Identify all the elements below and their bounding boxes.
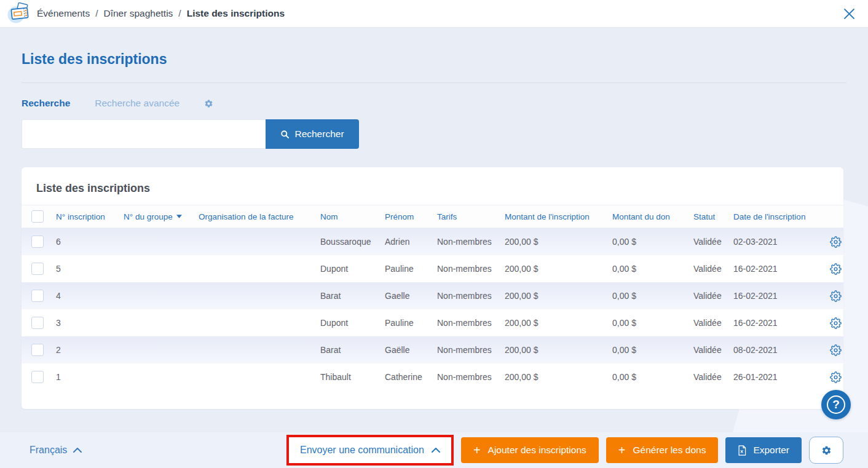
cell-montant: 200,00 $ (505, 291, 612, 301)
cell-date: 16-02-2021 (733, 318, 827, 328)
search-button-label: Rechercher (294, 129, 344, 140)
breadcrumb-event-name[interactable]: Dîner spaghettis (103, 8, 173, 19)
question-mark-icon: ? (827, 395, 845, 414)
cell-montant: 200,00 $ (505, 345, 612, 355)
cell-num: 2 (56, 345, 124, 355)
row-settings-icon[interactable] (830, 236, 842, 248)
col-header-montant-don[interactable]: Montant du don (612, 212, 693, 221)
row-checkbox[interactable] (31, 371, 44, 383)
cell-date: 02-03-2021 (733, 237, 827, 247)
language-label: Français (30, 445, 67, 456)
cell-tarif: Non-membres (437, 318, 505, 328)
row-settings-icon[interactable] (830, 263, 842, 275)
footer-settings-button[interactable] (809, 437, 843, 464)
select-all-checkbox[interactable] (31, 210, 44, 223)
cell-don: 0,00 $ (612, 291, 693, 301)
cell-tarif: Non-membres (437, 345, 505, 355)
col-header-montant-inscription[interactable]: Montant de l'inscription (505, 212, 612, 221)
search-tabs: Recherche Recherche avancée (22, 98, 868, 109)
cell-don: 0,00 $ (612, 318, 693, 328)
main-content: Liste des inscriptions Recherche Recherc… (0, 28, 868, 432)
language-selector[interactable]: Français (30, 445, 82, 456)
col-header-date[interactable]: Date de l'inscription (733, 212, 827, 221)
cell-date: 26-01-2021 (733, 372, 827, 382)
export-file-icon (738, 445, 746, 456)
table-body: 6BoussaroqueAdrienNon-membres200,00 $0,0… (22, 228, 843, 391)
footer-actions: Envoyer une communication + Ajouter des … (286, 435, 843, 466)
cell-don: 0,00 $ (612, 345, 693, 355)
cell-montant: 200,00 $ (505, 372, 612, 382)
cell-num: 1 (56, 372, 124, 382)
cell-prenom: Pauline (385, 318, 437, 328)
col-header-organisation[interactable]: Organisation de la facture (199, 212, 320, 221)
cell-don: 0,00 $ (612, 237, 693, 247)
row-settings-icon[interactable] (830, 290, 842, 302)
divider (22, 82, 846, 83)
table-row: 3DupontPaulineNon-membres200,00 $0,00 $V… (22, 309, 843, 336)
row-checkbox[interactable] (31, 236, 44, 248)
tab-recherche-avancee[interactable]: Recherche avancée (95, 98, 180, 109)
col-header-nom[interactable]: Nom (320, 212, 385, 221)
plus-icon: + (473, 444, 481, 456)
cell-nom: Dupont (320, 264, 385, 274)
cell-prenom: Gaëlle (385, 345, 437, 355)
cell-nom: Boussaroque (320, 237, 385, 247)
cell-num: 6 (56, 237, 124, 247)
cell-nom: Thibault (320, 372, 385, 382)
cell-tarif: Non-membres (437, 291, 505, 301)
help-button[interactable]: ? (821, 390, 851, 419)
row-settings-icon[interactable] (830, 371, 842, 383)
generate-donations-button[interactable]: + Générer les dons (606, 437, 719, 463)
cell-statut: Validée (693, 318, 733, 328)
table-row: 5DupontPaulineNon-membres200,00 $0,00 $V… (22, 255, 843, 282)
card-title: Liste des inscriptions (22, 167, 843, 205)
cell-statut: Validée (693, 264, 733, 274)
row-settings-icon[interactable] (830, 317, 842, 329)
plus-icon: + (618, 444, 626, 456)
cell-num: 4 (56, 291, 124, 301)
col-header-num-inscription[interactable]: N° inscription (56, 212, 124, 221)
cell-statut: Validée (693, 237, 733, 247)
cell-prenom: Adrien (385, 237, 437, 247)
col-header-tarifs[interactable]: Tarifs (437, 212, 505, 221)
cell-tarif: Non-membres (437, 264, 505, 274)
table-row: 1ThibaultCatherineNon-membres200,00 $0,0… (22, 363, 843, 391)
breadcrumb-separator: / (178, 8, 181, 19)
annotation-highlight-box: Envoyer une communication (286, 435, 454, 466)
cell-prenom: Gaelle (385, 291, 437, 301)
row-checkbox[interactable] (31, 290, 44, 302)
cell-prenom: Pauline (385, 264, 437, 274)
search-input[interactable] (22, 119, 266, 149)
gear-icon (821, 445, 832, 456)
col-header-statut[interactable]: Statut (693, 212, 733, 221)
search-settings-gear-icon[interactable] (204, 99, 213, 108)
close-icon[interactable] (841, 6, 857, 22)
tickets-icon (6, 2, 31, 25)
search-button[interactable]: Rechercher (266, 119, 359, 149)
col-header-num-groupe[interactable]: N° du groupe (124, 212, 199, 221)
search-row: Rechercher (22, 119, 868, 149)
breadcrumb-separator: / (95, 8, 98, 19)
send-communication-button[interactable]: Envoyer une communication (289, 437, 451, 463)
cell-nom: Barat (320, 345, 385, 355)
cell-don: 0,00 $ (612, 372, 693, 382)
add-inscriptions-button[interactable]: + Ajouter des inscriptions (461, 437, 599, 463)
cell-tarif: Non-membres (437, 372, 505, 382)
breadcrumb-current: Liste des inscriptions (187, 8, 285, 19)
breadcrumb-events[interactable]: Événements (37, 8, 90, 19)
cell-montant: 200,00 $ (505, 264, 612, 274)
cell-statut: Validée (693, 372, 733, 382)
tab-recherche[interactable]: Recherche (22, 98, 70, 109)
cell-tarif: Non-membres (437, 237, 505, 247)
inscriptions-card: Liste des inscriptions N° inscription N°… (22, 167, 843, 409)
export-button[interactable]: Exporter (725, 437, 802, 463)
cell-date: 16-02-2021 (733, 264, 827, 274)
row-settings-icon[interactable] (830, 344, 842, 356)
row-checkbox[interactable] (31, 317, 44, 329)
table-row: 2BaratGaëlleNon-membres200,00 $0,00 $Val… (22, 336, 843, 363)
cell-montant: 200,00 $ (505, 318, 612, 328)
row-checkbox[interactable] (31, 263, 44, 275)
row-checkbox[interactable] (31, 344, 44, 356)
col-header-prenom[interactable]: Prénom (385, 212, 437, 221)
cell-don: 0,00 $ (612, 264, 693, 274)
